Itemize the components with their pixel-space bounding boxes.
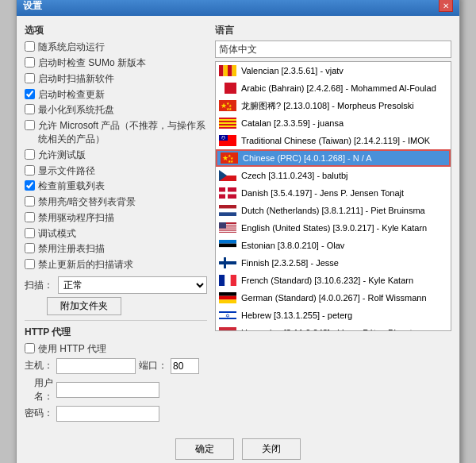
window-title: 设置 xyxy=(23,0,42,13)
svg-rect-61 xyxy=(219,327,236,331)
svg-rect-33 xyxy=(219,192,236,195)
language-name: Dutch (Netherlands) [3.8.1.211] - Piet B… xyxy=(241,206,425,215)
language-name: Chinese (PRC) [4.0.1.268] - N / A xyxy=(243,153,372,163)
http-checkbox[interactable] xyxy=(25,343,35,353)
cb7-checkbox[interactable] xyxy=(25,149,35,160)
cb5-checkbox[interactable] xyxy=(25,104,35,114)
language-item[interactable]: Finnish [2.3.2.58] - Jesse xyxy=(216,254,451,272)
checkbox-item: 允许 Microsoft 产品（不推荐，与操作系统相关的产品） xyxy=(25,119,207,146)
cb3-label: 启动时扫描新软件 xyxy=(38,72,114,86)
cb14-checkbox[interactable] xyxy=(25,259,35,269)
svg-rect-15 xyxy=(219,121,236,122)
titlebar-controls: ✕ xyxy=(439,0,453,12)
left-panel: 选项 随系统启动运行 启动时检查 SUMo 新版本 启动时扫描新软件 启动时检查… xyxy=(25,24,207,424)
flag-icon xyxy=(219,170,236,181)
footer: 确定 关闭 xyxy=(17,432,459,463)
current-language-display: 简体中文 xyxy=(215,41,451,58)
language-name: Hebrew [3.13.1.255] - peterg xyxy=(241,311,352,320)
language-item[interactable]: ★★★★★龙腑图稀? [2.13.0.108] - Morpheus Preso… xyxy=(216,97,451,114)
language-name: Arabic (Bahrain) [2.4.2.68] - Mohammed A… xyxy=(241,83,436,93)
cb9-checkbox[interactable] xyxy=(25,180,35,191)
language-item[interactable]: ✡Hebrew [3.13.1.255] - peterg xyxy=(216,307,451,324)
cb8-label: 显示文件路径 xyxy=(38,164,95,178)
language-item[interactable]: Valencian [2.3.5.61] - vjatv xyxy=(216,62,451,79)
cb2-checkbox[interactable] xyxy=(25,57,35,68)
flag-icon xyxy=(219,222,236,233)
add-folder-button[interactable]: 附加文件夹 xyxy=(47,297,121,315)
cb10-checkbox[interactable] xyxy=(25,196,35,206)
language-item[interactable]: Estonian [3.8.0.210] - Olav xyxy=(216,237,451,254)
cb6-checkbox[interactable] xyxy=(25,120,35,130)
host-input[interactable] xyxy=(56,358,136,374)
http-proxy-section: HTTP 代理 使用 HTTP 代理 主机： 端口： 用户名： 密码： xyxy=(25,320,207,422)
cb6-label: 允许 Microsoft 产品（不推荐，与操作系统相关的产品） xyxy=(38,119,207,146)
host-row: 主机： 端口： xyxy=(25,358,207,374)
svg-rect-0 xyxy=(219,65,224,76)
settings-window: 设置 ✕ 选项 随系统启动运行 启动时检查 SUMo 新版本 启动时扫描新软件 xyxy=(16,0,460,463)
language-item[interactable]: Arabic (Bahrain) [2.4.2.68] - Mohammed A… xyxy=(216,79,451,97)
http-checkbox-label: 使用 HTTP 代理 xyxy=(38,342,106,356)
svg-rect-35 xyxy=(219,209,236,213)
svg-rect-41 xyxy=(219,230,236,230)
checkbox-item: 调试模式 xyxy=(25,227,207,241)
http-checkbox-item: 使用 HTTP 代理 xyxy=(25,342,207,356)
svg-rect-14 xyxy=(219,118,236,119)
titlebar: 设置 ✕ xyxy=(17,0,459,16)
cb11-checkbox[interactable] xyxy=(25,212,35,222)
language-item[interactable]: ★★★★★Chinese (PRC) [4.0.1.268] - N / A xyxy=(216,149,451,167)
scan-label: 扫描： xyxy=(25,279,53,292)
cb13-checkbox[interactable] xyxy=(25,243,35,253)
pass-row: 密码： xyxy=(25,406,207,422)
language-item[interactable]: Dutch (Netherlands) [3.8.1.211] - Piet B… xyxy=(216,202,451,219)
svg-rect-55 xyxy=(219,296,236,300)
options-section-label: 选项 xyxy=(25,24,207,37)
checkbox-item: 禁用注册表扫描 xyxy=(25,242,207,256)
language-item[interactable]: English (United States) [3.9.0.217] - Ky… xyxy=(216,219,451,237)
scan-select[interactable]: 正常 快速 深度 xyxy=(58,276,207,294)
checkbox-item: 启动时检查更新 xyxy=(25,88,207,102)
flag-icon xyxy=(219,187,236,199)
svg-marker-6 xyxy=(225,83,228,94)
language-list[interactable]: Valencian [2.3.5.61] - vjatvArabic (Bahr… xyxy=(215,61,451,331)
checkbox-item: 启动时扫描新软件 xyxy=(25,72,207,86)
password-input[interactable] xyxy=(56,406,159,422)
language-item[interactable]: Danish [3.5.4.197] - Jens P. Jensen Tona… xyxy=(216,184,451,202)
cb7-label: 允许测试版 xyxy=(38,149,86,162)
svg-rect-16 xyxy=(219,124,236,125)
svg-rect-17 xyxy=(219,127,236,129)
flag-icon: ★★★★★ xyxy=(221,152,238,164)
svg-rect-46 xyxy=(219,244,236,248)
language-item[interactable]: Catalan [2.3.3.59] - juansa xyxy=(216,114,451,132)
language-name: French (Standard) [3.10.6.232] - Kyle Ka… xyxy=(241,276,413,285)
cb8-checkbox[interactable] xyxy=(25,165,35,176)
svg-rect-54 xyxy=(219,292,236,296)
checkbox-item: 禁用亮/暗交替列表背景 xyxy=(25,195,207,209)
close-button-footer[interactable]: 关闭 xyxy=(242,438,301,460)
svg-rect-45 xyxy=(219,240,236,244)
port-input[interactable] xyxy=(171,358,199,374)
language-section-label: 语言 xyxy=(215,24,451,37)
confirm-button[interactable]: 确定 xyxy=(175,438,234,460)
language-name: Czech [3.11.0.243] - balutbj xyxy=(241,171,348,180)
svg-rect-42 xyxy=(219,231,236,232)
user-row: 用户名： xyxy=(25,376,207,403)
cb10-label: 禁用亮/暗交替列表背景 xyxy=(38,195,136,209)
language-item[interactable]: German (Standard) [4.0.0.267] - Rolf Wis… xyxy=(216,289,451,307)
svg-rect-3 xyxy=(232,65,237,76)
cb5-label: 最小化到系统托盘 xyxy=(38,103,114,117)
cb4-checkbox[interactable] xyxy=(25,89,35,99)
pass-label: 密码： xyxy=(25,407,53,420)
language-item[interactable]: Traditional Chinese (Taiwan) [2.14.2.119… xyxy=(216,132,451,149)
cb1-checkbox[interactable] xyxy=(25,41,35,52)
username-input[interactable] xyxy=(56,382,159,398)
language-item[interactable]: French (Standard) [3.10.6.232] - Kyle Ka… xyxy=(216,272,451,289)
cb13-label: 禁用注册表扫描 xyxy=(38,242,105,256)
cb12-checkbox[interactable] xyxy=(25,228,35,238)
language-item[interactable]: Hungarian [3.11.0.243] - Varga Péter, Bl… xyxy=(216,324,451,331)
cb12-label: 调试模式 xyxy=(38,227,76,241)
flag-icon xyxy=(219,240,236,251)
cb3-checkbox[interactable] xyxy=(25,73,35,83)
language-name: English (United States) [3.9.0.217] - Ky… xyxy=(241,223,427,233)
close-button[interactable]: ✕ xyxy=(439,0,453,12)
language-item[interactable]: Czech [3.11.0.243] - balutbj xyxy=(216,167,451,184)
